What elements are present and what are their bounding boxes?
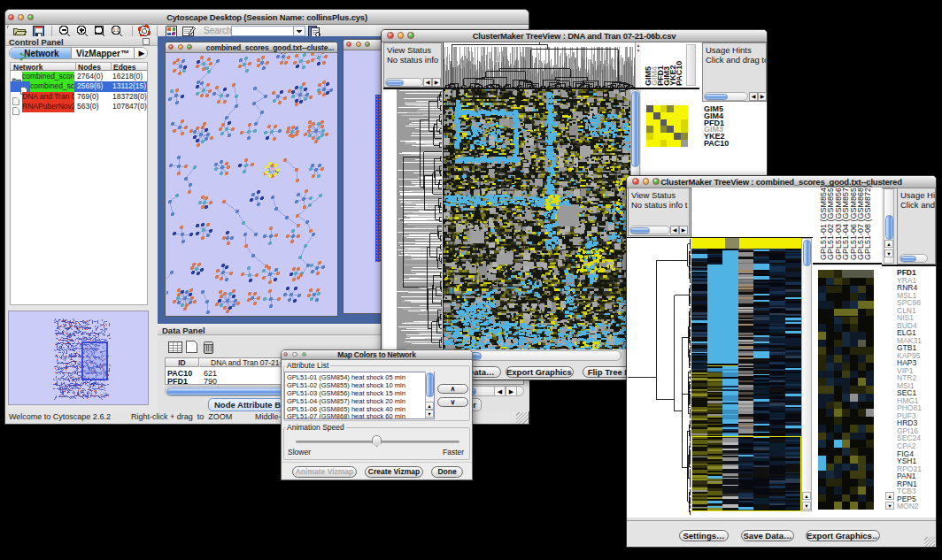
svg-text:Search:: Search: bbox=[204, 26, 234, 35]
svg-text:1:1: 1:1 bbox=[113, 27, 120, 33]
